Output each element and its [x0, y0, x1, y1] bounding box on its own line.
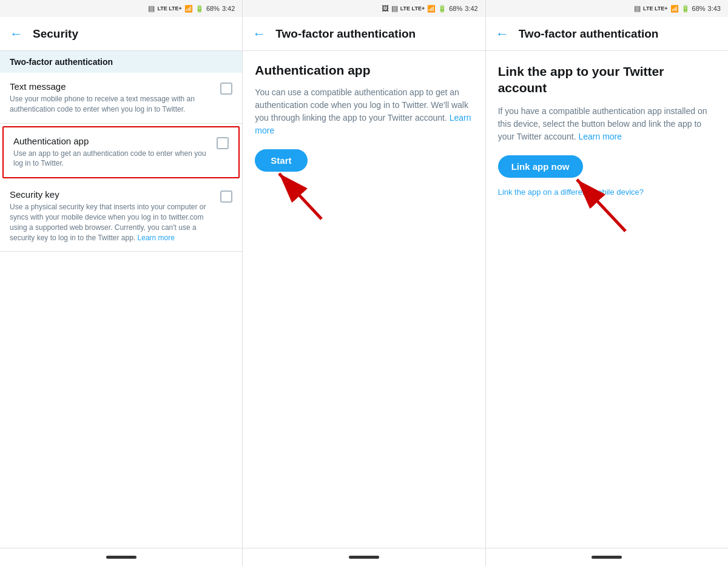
bottom-pill-3 [592, 556, 622, 559]
auth-app-description: You can use a compatible authentication … [255, 86, 473, 137]
signal-bars-2: 📶 [427, 5, 436, 13]
auth-app-back-button[interactable]: ← [252, 26, 266, 42]
text-message-checkbox[interactable] [220, 83, 232, 95]
security-back-button[interactable]: ← [10, 26, 23, 42]
battery-3: 🔋 [681, 5, 690, 13]
security-title: Security [33, 27, 78, 41]
status-bar-1: ▤ LTE LTE+ 📶 🔋 68% 3:42 [0, 0, 243, 17]
panel-security: ← Security Two-factor authentication Tex… [0, 17, 243, 548]
bottom-pill-1 [106, 556, 136, 559]
security-top-bar: ← Security [0, 17, 242, 51]
link-app-back-button[interactable]: ← [496, 26, 509, 42]
battery-1: 🔋 [195, 5, 204, 13]
panels-container: ← Security Two-factor authentication Tex… [0, 17, 728, 548]
bottom-bar-1 [0, 548, 243, 566]
signal-label-2: LTE LTE+ [400, 5, 425, 12]
arrow-to-start [267, 167, 328, 222]
security-key-checkbox[interactable] [220, 190, 232, 203]
auth-app-title: Authentication app [13, 136, 209, 146]
notification-icon-1: ▤ [148, 4, 155, 13]
panel-auth-app: ← Two-factor authentication Authenticati… [243, 17, 485, 548]
security-key-learn-more[interactable]: Learn more [138, 234, 175, 242]
auth-app-content: Authentication app You can use a compati… [243, 51, 485, 548]
status-bar-3: ▤ LTE LTE+ 📶 🔋 68% 3:43 [486, 0, 728, 17]
auth-app-option[interactable]: Authentication app Use an app to get an … [2, 126, 240, 179]
bottom-bar-2 [243, 548, 485, 566]
battery-pct-1: 68% [206, 5, 220, 12]
battery-pct-2: 68% [449, 5, 462, 12]
signal-label-1: LTE LTE+ [157, 5, 181, 12]
security-content: Two-factor authentication Text message U… [0, 51, 242, 548]
security-key-option[interactable]: Security key Use a physical security key… [0, 181, 242, 252]
bottom-bars [0, 548, 728, 566]
time-2: 3:42 [465, 5, 477, 12]
time-3: 3:43 [708, 5, 721, 12]
auth-app-top-bar: ← Two-factor authentication [243, 17, 485, 51]
battery-pct-3: 68% [692, 5, 706, 12]
link-app-description: If you have a compatible authentication … [498, 105, 716, 143]
signal-bars-1: 📶 [184, 5, 193, 13]
link-app-content: Link the app to your Twitter account If … [486, 51, 728, 548]
notification-icon-3: ▤ [634, 4, 641, 13]
battery-2: 🔋 [438, 5, 447, 13]
signal-bars-3: 📶 [670, 5, 679, 13]
time-1: 3:42 [222, 5, 235, 12]
svg-line-1 [279, 174, 322, 219]
link-app-learn-more[interactable]: Learn more [578, 132, 622, 141]
arrow-to-link-button [559, 174, 632, 234]
security-key-desc: Use a physical security key that inserts… [10, 202, 213, 243]
auth-app-top-title: Two-factor authentication [275, 27, 416, 41]
two-factor-header: Two-factor authentication [0, 51, 242, 73]
security-key-title: Security key [10, 189, 213, 200]
auth-app-text: Authentication app Use an app to get an … [13, 136, 217, 169]
svg-line-3 [577, 180, 625, 231]
auth-app-heading: Authentication app [255, 63, 473, 78]
auth-app-checkbox[interactable] [217, 137, 229, 149]
notification-icon-2: 🖼 ▤ [382, 4, 397, 13]
text-message-title: Text message [10, 81, 213, 92]
security-key-text: Security key Use a physical security key… [10, 189, 220, 243]
text-message-text: Text message Use your mobile phone to re… [10, 81, 220, 115]
bottom-bar-3 [486, 548, 728, 566]
status-bar-2: 🖼 ▤ LTE LTE+ 📶 🔋 68% 3:42 [243, 0, 485, 17]
auth-app-desc: Use an app to get an authentication code… [13, 149, 209, 169]
status-bars: ▤ LTE LTE+ 📶 🔋 68% 3:42 🖼 ▤ LTE LTE+ 📶 🔋… [0, 0, 728, 17]
link-app-heading: Link the app to your Twitter account [498, 63, 716, 96]
bottom-pill-2 [349, 556, 379, 559]
panel-link-app: ← Two-factor authentication Link the app… [486, 17, 728, 548]
link-app-top-bar: ← Two-factor authentication [486, 17, 728, 51]
signal-label-3: LTE LTE+ [643, 5, 667, 12]
text-message-option[interactable]: Text message Use your mobile phone to re… [0, 73, 242, 124]
link-app-top-title: Two-factor authentication [519, 27, 659, 41]
text-message-desc: Use your mobile phone to receive a text … [10, 94, 213, 115]
